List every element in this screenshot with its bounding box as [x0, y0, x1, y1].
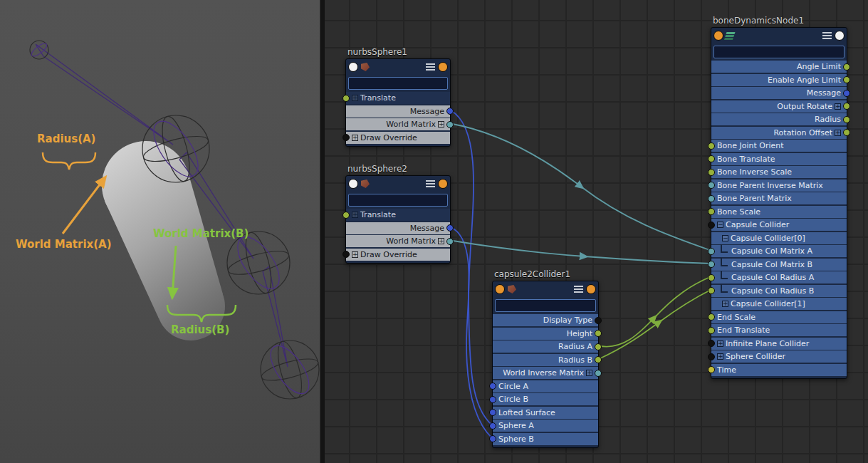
node-rename-field[interactable] — [348, 77, 448, 90]
wire-message-sphere-a[interactable] — [451, 110, 492, 425]
attr-row[interactable]: Sphere B — [493, 433, 598, 445]
node-rename-field[interactable] — [713, 46, 845, 58]
node-output-plug[interactable] — [438, 62, 448, 72]
expand-icon[interactable] — [352, 95, 358, 101]
node-rename-field[interactable] — [348, 194, 448, 207]
attr-row[interactable]: World Matrix — [346, 118, 450, 130]
node-state-plug[interactable] — [348, 62, 358, 72]
attr-row[interactable]: Lofted Surface — [493, 407, 598, 419]
node-input-plug[interactable] — [713, 31, 723, 41]
attr-row[interactable]: Message — [711, 87, 847, 99]
menu-icon[interactable] — [426, 63, 435, 71]
plug-icon[interactable] — [843, 103, 850, 110]
collapse-icon[interactable] — [722, 235, 728, 241]
plug-icon[interactable] — [489, 396, 496, 403]
attr-row[interactable]: End Translate — [711, 324, 847, 336]
menu-icon[interactable] — [574, 286, 583, 293]
node-output-plug[interactable] — [835, 31, 845, 41]
plug-icon[interactable] — [595, 317, 602, 324]
attr-row[interactable]: World Matrix — [346, 235, 450, 247]
plug-icon[interactable] — [489, 422, 496, 430]
expand-icon[interactable] — [586, 370, 592, 376]
attr-row[interactable]: Bone Inverse Scale — [711, 166, 847, 178]
attr-row[interactable]: Enable Angle Limit — [711, 74, 847, 86]
wire-worldmatrix-b[interactable] — [451, 241, 711, 264]
plug-icon[interactable] — [343, 212, 350, 219]
attr-row[interactable]: Radius — [711, 113, 847, 125]
wire-message-sphere-b[interactable] — [451, 227, 492, 438]
plug-icon[interactable] — [343, 134, 350, 141]
plug-icon[interactable] — [708, 182, 715, 189]
expand-icon[interactable] — [352, 251, 358, 258]
attr-row[interactable]: Time — [711, 364, 847, 376]
plug-icon[interactable] — [708, 340, 715, 347]
node-editor-panel[interactable]: nurbsSphere1 Translate Message World Mat… — [325, 0, 868, 463]
plug-icon[interactable] — [708, 208, 715, 215]
plug-icon[interactable] — [708, 313, 715, 321]
attr-row[interactable]: End Scale — [711, 311, 847, 323]
attr-row[interactable]: Message — [346, 222, 450, 234]
node-output-plug[interactable] — [586, 284, 596, 294]
menu-icon[interactable] — [426, 180, 435, 187]
node-output-plug[interactable] — [438, 179, 448, 189]
plug-icon[interactable] — [708, 353, 715, 360]
node-header[interactable] — [346, 176, 450, 192]
plug-icon[interactable] — [343, 251, 350, 258]
attr-row[interactable]: Capsule Col Matrix B — [711, 259, 847, 271]
plug-icon[interactable] — [708, 155, 715, 162]
attr-row[interactable]: Capsule Collider — [711, 219, 847, 231]
plug-icon[interactable] — [595, 356, 602, 363]
node-boneDynamicsNode1[interactable]: boneDynamicsNode1 Angle Limit Enable Ang… — [711, 16, 847, 379]
collapse-icon[interactable] — [717, 222, 723, 228]
plug-icon[interactable] — [446, 224, 454, 232]
plug-icon[interactable] — [446, 108, 454, 115]
wire-radius-a[interactable] — [599, 277, 711, 347]
node-nurbsSphere1[interactable]: nurbsSphere1 Translate Message World Mat… — [345, 47, 451, 147]
plug-icon[interactable] — [446, 121, 454, 128]
plug-icon[interactable] — [708, 222, 715, 229]
attr-row[interactable]: Infinite Plane Collider — [711, 338, 847, 350]
expand-icon[interactable] — [722, 301, 728, 307]
node-header[interactable] — [493, 281, 598, 297]
attr-row[interactable]: Circle A — [493, 380, 598, 392]
expand-icon[interactable] — [352, 135, 358, 141]
node-rename-field[interactable] — [495, 299, 596, 312]
expand-icon[interactable] — [835, 130, 841, 136]
expand-icon[interactable] — [717, 353, 723, 360]
attr-row[interactable]: Height — [493, 328, 598, 340]
node-input-plug[interactable] — [495, 284, 505, 294]
wire-worldmatrix-a[interactable] — [451, 124, 711, 251]
attr-row[interactable]: Capsule Col Radius A — [711, 271, 847, 283]
attr-row[interactable]: Radius A — [493, 340, 598, 353]
node-header[interactable] — [346, 59, 450, 75]
plug-icon[interactable] — [595, 370, 602, 377]
attr-row[interactable]: Display Type — [493, 314, 598, 326]
attr-row[interactable]: Sphere A — [493, 420, 598, 432]
plug-icon[interactable] — [708, 142, 715, 150]
attr-row[interactable]: Bone Scale — [711, 206, 847, 218]
node-state-plug[interactable] — [348, 179, 358, 189]
plug-icon[interactable] — [708, 261, 715, 268]
plug-icon[interactable] — [843, 76, 850, 83]
attr-row[interactable]: Capsule Collider[0] — [711, 232, 847, 244]
plug-icon[interactable] — [843, 63, 850, 71]
plug-icon[interactable] — [446, 238, 454, 245]
plug-icon[interactable] — [708, 248, 715, 255]
plug-icon[interactable] — [489, 383, 496, 390]
attr-row[interactable]: Translate — [346, 209, 450, 221]
attr-row[interactable]: Draw Override — [346, 132, 450, 144]
plug-icon[interactable] — [843, 90, 850, 97]
attr-row[interactable]: Output Rotate — [711, 100, 847, 113]
plug-icon[interactable] — [489, 435, 496, 442]
attr-row[interactable]: Bone Joint Orient — [711, 140, 847, 152]
plug-icon[interactable] — [708, 287, 715, 294]
plug-icon[interactable] — [708, 274, 715, 281]
attr-row[interactable]: Bone Translate — [711, 153, 847, 165]
attr-row[interactable]: Bone Parent Matrix — [711, 192, 847, 204]
plug-icon[interactable] — [843, 116, 850, 123]
plug-icon[interactable] — [843, 129, 850, 136]
node-nurbsSphere2[interactable]: nurbsSphere2 Translate Message World Mat… — [345, 164, 451, 264]
attr-row[interactable]: Translate — [346, 92, 450, 104]
attr-row[interactable]: Capsule Col Radius B — [711, 285, 847, 297]
attr-row[interactable]: World Inverse Matrix — [493, 367, 598, 379]
